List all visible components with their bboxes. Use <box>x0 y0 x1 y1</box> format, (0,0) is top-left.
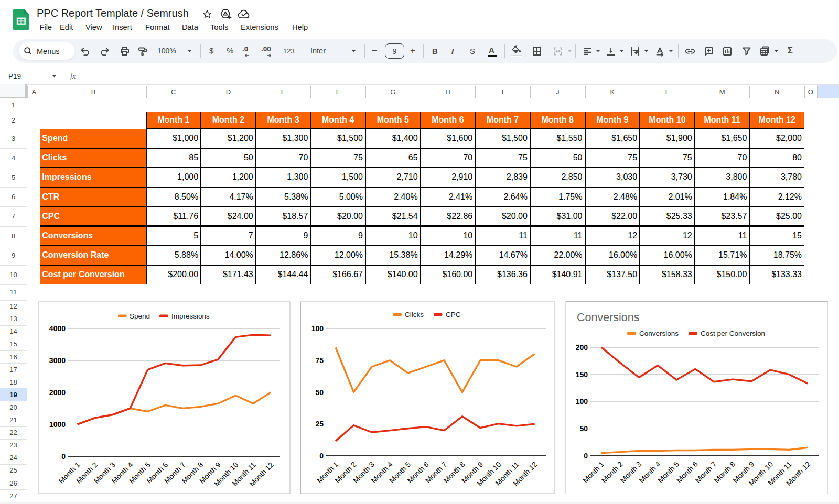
svg-text:Cost per Conversion: Cost per Conversion <box>701 330 765 337</box>
svg-text:Conversions: Conversions <box>639 330 679 337</box>
svg-text:Clicks: Clicks <box>405 311 424 319</box>
svg-text:3000: 3000 <box>49 356 66 365</box>
svg-text:4000: 4000 <box>49 324 66 333</box>
svg-text:Conversions: Conversions <box>577 311 640 324</box>
svg-text:50: 50 <box>315 388 324 397</box>
svg-text:50: 50 <box>579 424 588 433</box>
svg-text:Spend: Spend <box>130 312 150 320</box>
svg-text:75: 75 <box>315 356 324 365</box>
svg-text:2000: 2000 <box>49 388 66 397</box>
svg-text:100: 100 <box>576 397 588 406</box>
svg-text:25: 25 <box>315 420 324 428</box>
svg-text:100: 100 <box>311 324 324 333</box>
svg-text:0: 0 <box>319 452 324 460</box>
svg-text:CPC: CPC <box>446 311 461 319</box>
svg-text:200: 200 <box>576 343 588 352</box>
svg-text:0: 0 <box>61 452 66 461</box>
svg-text:1000: 1000 <box>49 420 66 429</box>
svg-text:150: 150 <box>576 370 588 379</box>
svg-text:0: 0 <box>584 452 588 460</box>
svg-text:Impressions: Impressions <box>171 312 210 320</box>
